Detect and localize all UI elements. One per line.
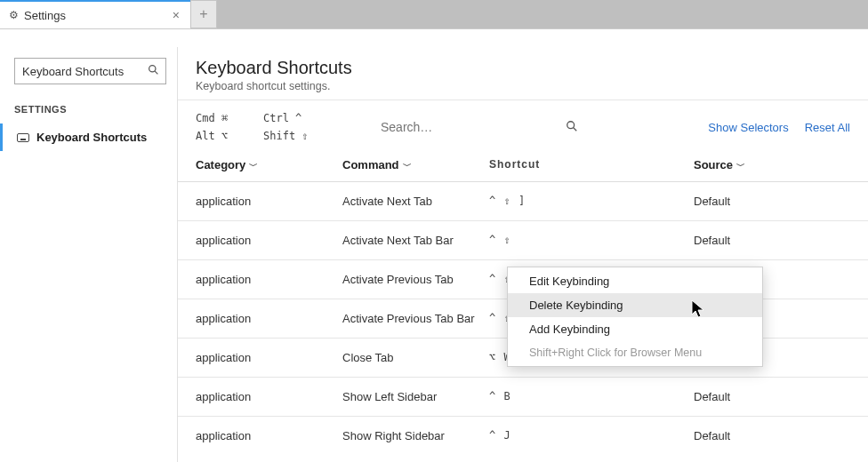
cell-category: application [196,195,342,208]
cell-shortcut: ^ J [489,429,694,442]
sidebar-item-label: Keyboard Shortcuts [36,131,147,144]
menu-item-delete-keybinding[interactable]: Delete Keybinding [508,293,762,317]
main-pane: Keyboard Shortcuts Keyboard shortcut set… [178,47,868,462]
col-command[interactable]: Command﹀ [342,158,489,172]
legend-cmd: Cmd ⌘ [196,109,249,127]
svg-line-1 [155,71,157,74]
cell-category: application [196,312,342,325]
cell-command: Show Left Sidebar [342,390,489,403]
plus-icon: + [199,7,207,21]
cell-command: Activate Next Tab Bar [342,234,489,247]
key-legend: Cmd ⌘ Ctrl ^ Alt ⌥ Shift ⇧ [196,109,317,146]
table-row[interactable]: applicationShow Right Sidebar^ JDefault [178,416,868,455]
app-shell: SETTINGS Keyboard Shortcuts Keyboard Sho… [0,28,868,462]
cell-command: Activate Previous Tab Bar [342,312,489,325]
search-icon[interactable] [148,64,159,78]
legend-ctrl: Ctrl ^ [263,109,317,127]
context-menu: Edit Keybinding Delete Keybinding Add Ke… [507,267,763,367]
cell-source: Default [694,195,850,208]
page-title: Keyboard Shortcuts [196,58,850,78]
table-header: Category﹀ Command﹀ Shortcut Source﹀ [178,151,868,181]
search-icon[interactable] [566,120,578,135]
page-subtitle: Keyboard shortcut settings. [196,80,850,92]
chevron-down-icon: ﹀ [249,161,258,171]
legend-shift: Shift ⇧ [263,127,317,145]
keyboard-icon [17,133,29,142]
table-row[interactable]: applicationShow Left Sidebar^ BDefault [178,377,868,416]
cell-command: Activate Previous Tab [342,273,489,286]
cell-shortcut: ^ B [489,390,694,402]
chevron-down-icon: ﹀ [403,161,412,171]
chevron-down-icon: ﹀ [736,161,745,171]
tab-bar: ⚙ Settings × + [0,0,868,28]
tab-title: Settings [24,9,164,22]
sidebar-header: SETTINGS [0,99,177,123]
reset-all-link[interactable]: Reset All [805,121,850,134]
search-input[interactable] [381,115,559,140]
cell-command: Close Tab [342,351,489,364]
cell-source: Default [694,234,850,247]
cell-category: application [196,390,342,403]
close-icon[interactable]: × [169,8,183,22]
cell-command: Activate Next Tab [342,195,489,208]
cell-category: application [196,234,342,247]
svg-line-3 [574,128,577,131]
table-row[interactable]: applicationActivate Next Tab Bar^ ⇧Defau… [178,220,868,259]
sidebar-search-input[interactable] [14,58,166,84]
tab-settings[interactable]: ⚙ Settings × [0,0,190,28]
show-selectors-link[interactable]: Show Selectors [708,121,788,134]
legend-alt: Alt ⌥ [196,127,249,145]
menu-item-edit-keybinding[interactable]: Edit Keybinding [508,269,762,293]
cell-shortcut: ^ ⇧ ] [489,195,694,207]
cell-source: Default [694,390,850,403]
cell-shortcut: ^ ⇧ [489,234,694,246]
context-menu-hint: Shift+Right Click for Browser Menu [508,341,762,364]
svg-point-2 [567,122,575,129]
sidebar-item-keyboard-shortcuts[interactable]: Keyboard Shortcuts [0,123,177,151]
cell-category: application [196,429,342,442]
sidebar: SETTINGS Keyboard Shortcuts [0,47,178,462]
svg-point-0 [149,66,156,72]
cell-category: application [196,273,342,286]
menu-item-add-keybinding[interactable]: Add Keybinding [508,317,762,341]
col-shortcut[interactable]: Shortcut [489,158,694,172]
col-category[interactable]: Category﹀ [196,158,342,172]
toolbar: Cmd ⌘ Ctrl ^ Alt ⌥ Shift ⇧ [178,100,868,151]
gear-icon: ⚙ [9,9,19,21]
cell-category: application [196,351,342,364]
table-row[interactable]: applicationActivate Next Tab^ ⇧ ]Default [178,181,868,220]
cell-source: Default [694,429,850,442]
cell-command: Show Right Sidebar [342,429,489,442]
new-tab-button[interactable]: + [190,0,217,28]
col-source[interactable]: Source﹀ [694,158,850,172]
